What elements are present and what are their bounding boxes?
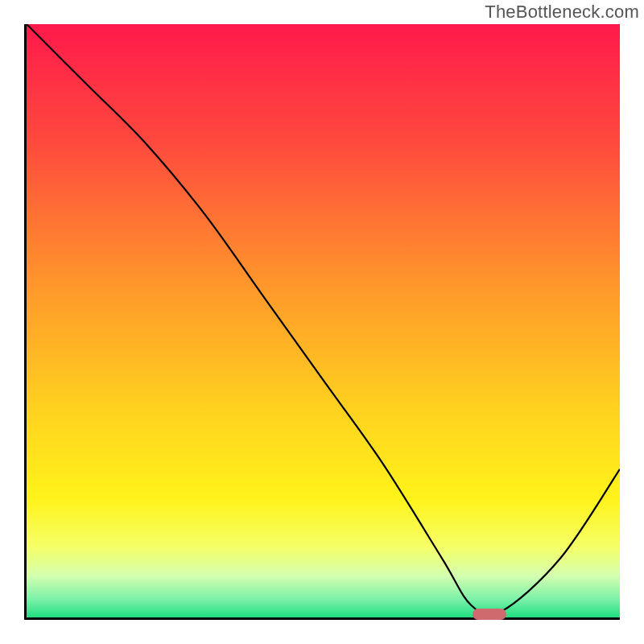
bottleneck-curve [27,24,620,617]
watermark-label: TheBottleneck.com [485,2,639,23]
optimal-marker [473,609,506,620]
plot-area [24,24,620,620]
chart-container: TheBottleneck.com [0,0,644,644]
